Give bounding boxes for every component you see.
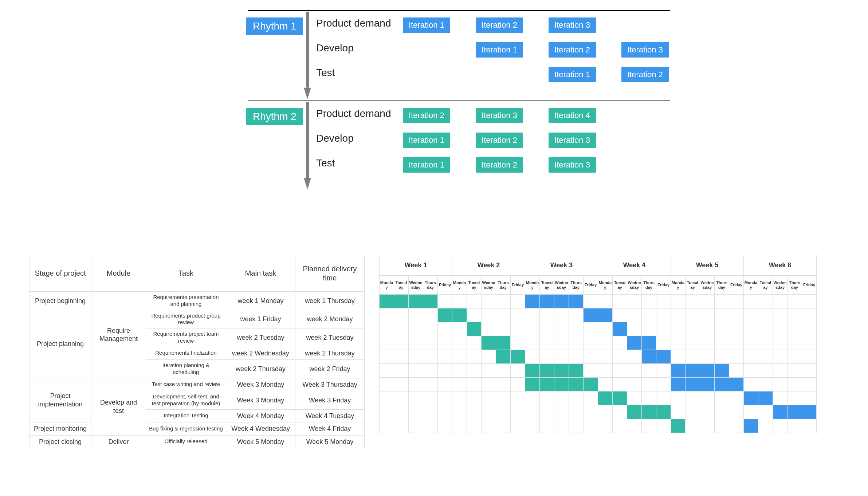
gantt-cell: [671, 364, 686, 378]
gantt-cell: [758, 350, 773, 364]
gantt-cell: [758, 364, 773, 378]
gantt-cell: [511, 322, 525, 336]
gantt-cell: [656, 378, 671, 391]
gantt-cell: [584, 322, 598, 336]
stage-cell: Project closing: [30, 435, 91, 448]
task-main-cell: Week 4 Monday: [226, 409, 295, 422]
gantt-cell: [569, 391, 584, 405]
gantt-cell: [380, 308, 394, 322]
gantt-cell: [409, 391, 423, 405]
gantt-cell: [802, 364, 817, 378]
gantt-cell: [540, 391, 554, 405]
module-cell: Require Management: [91, 292, 146, 378]
module-cell: Develop and test: [91, 378, 146, 435]
gantt-day-header: Tuesday: [758, 276, 773, 295]
gantt-cell: [380, 405, 394, 419]
gantt-cell: [380, 364, 394, 378]
gantt-cell: [627, 391, 642, 405]
iteration-box: Iteration 2: [476, 133, 523, 148]
gantt-row: [380, 364, 817, 378]
gantt-cell: [715, 419, 729, 433]
gantt-cell: [642, 391, 656, 405]
task-deliv-cell: week 2 Friday: [295, 360, 365, 378]
gantt-cell: [569, 322, 584, 336]
gantt-cell: [598, 391, 613, 405]
gantt-week-header: Week 5: [671, 255, 744, 276]
iteration-box: Iteration 3: [476, 108, 523, 123]
gantt-cell: [802, 322, 817, 336]
gantt-cell: [627, 308, 642, 322]
gantt-cell: [409, 322, 423, 336]
gantt-cell: [452, 378, 467, 391]
gantt-day-header: Friday: [729, 276, 744, 295]
gantt-cell: [671, 419, 686, 433]
gantt-cell: [496, 378, 511, 391]
gantt-cell: [686, 419, 700, 433]
table-row: Project implementationDevelop and testTe…: [30, 378, 365, 391]
gantt-day-header: Wednesday: [627, 276, 642, 295]
gantt-cell: [744, 350, 758, 364]
gantt-cell: [729, 419, 744, 433]
gantt-cell: [438, 308, 452, 322]
gantt-cell: [642, 308, 656, 322]
rhythm-diagrams: Rhythm 1 Product demandIteration 1Iterat…: [248, 10, 670, 191]
gantt-cell: [540, 405, 554, 419]
gantt-cell: [656, 308, 671, 322]
gantt-cell: [482, 336, 496, 350]
gantt-cell: [409, 350, 423, 364]
gantt-cell: [671, 350, 686, 364]
gantt-cell: [729, 295, 744, 308]
gantt-cell: [496, 419, 511, 433]
gantt-row: [380, 308, 817, 322]
gantt-cell: [438, 405, 452, 419]
gantt-cell: [613, 336, 627, 350]
gantt-cell: [423, 322, 438, 336]
gantt-cell: [802, 308, 817, 322]
gantt-day-header: Tuesday: [394, 276, 409, 295]
gantt-cell: [773, 391, 788, 405]
gantt-cell: [423, 391, 438, 405]
gantt-cell: [613, 391, 627, 405]
stage-cell: Project monitoring: [30, 422, 91, 436]
gantt-cell: [540, 350, 554, 364]
task-deliv-cell: week 2 Tuesday: [295, 328, 365, 347]
gantt-cell: [394, 378, 409, 391]
gantt-cell: [686, 391, 700, 405]
gantt-cell: [656, 364, 671, 378]
gantt-cell: [467, 419, 482, 433]
gantt-cell: [380, 322, 394, 336]
gantt-cell: [729, 364, 744, 378]
task-deliv-cell: week 2 Thursday: [295, 347, 365, 360]
gantt-cell: [394, 322, 409, 336]
gantt-cell: [452, 391, 467, 405]
gantt-cell: [380, 419, 394, 433]
gantt-cell: [802, 391, 817, 405]
gantt-cell: [656, 419, 671, 433]
gantt-cell: [525, 350, 540, 364]
gantt-cell: [715, 308, 729, 322]
gantt-cell: [642, 295, 656, 308]
rhythm-row-label: Product demand: [316, 108, 411, 119]
gantt-day-header: Friday: [438, 276, 452, 295]
task-main-cell: Week 5 Monday: [226, 435, 295, 448]
gantt-cell: [656, 405, 671, 419]
task-task-cell: Development, self-test, and test prepara…: [146, 391, 226, 410]
iteration-box: Iteration 1: [403, 17, 450, 33]
gantt-cell: [423, 405, 438, 419]
gantt-cell: [700, 391, 715, 405]
gantt-cell: [525, 364, 540, 378]
gantt-cell: [671, 308, 686, 322]
gantt-cell: [496, 364, 511, 378]
gantt-cell: [554, 378, 569, 391]
gantt-day-header: Monday: [380, 276, 394, 295]
gantt-day-header: Thursday: [569, 276, 584, 295]
gantt-cell: [627, 405, 642, 419]
gantt-cell: [656, 391, 671, 405]
gantt-cell: [525, 391, 540, 405]
gantt-row: [380, 295, 817, 308]
gantt-cell: [744, 295, 758, 308]
task-deliv-cell: Week 3 Friday: [295, 391, 365, 410]
gantt-cell: [802, 419, 817, 433]
table-row: Project beginningRequire ManagementRequi…: [30, 292, 365, 310]
gantt-cell: [467, 350, 482, 364]
